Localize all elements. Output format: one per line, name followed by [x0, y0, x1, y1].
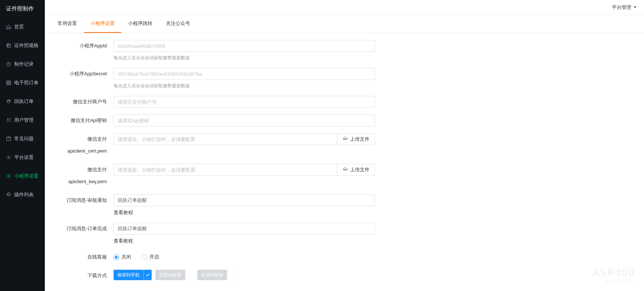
sidebar-item-label: 制作记录: [14, 61, 34, 68]
kefu-radio-on[interactable]: 开启: [142, 254, 159, 260]
key-label: 微信支付 apiclient_key.pem: [54, 164, 114, 188]
download-opt3-label: 发送到邮箱: [197, 270, 227, 280]
svg-rect-4: [7, 83, 8, 85]
download-opt2-label: 提取码提取: [155, 270, 185, 280]
key-input[interactable]: [114, 164, 337, 176]
svg-point-8: [8, 157, 9, 158]
kefu-label: 在线客服: [54, 251, 114, 263]
chevron-down-icon: [634, 6, 637, 8]
tab-0[interactable]: 常用设置: [51, 15, 84, 33]
sidebar-item-label: 回执订单: [14, 98, 34, 105]
key-upload-button[interactable]: 上传文件: [337, 164, 375, 176]
cert-input[interactable]: [114, 133, 337, 145]
sub-done-input[interactable]: [114, 223, 375, 235]
sub-done-tutorial-link[interactable]: 查看教程: [114, 238, 133, 244]
sub-audit-label: 订阅消息-审核通知: [54, 194, 114, 206]
clock-icon: [6, 62, 11, 67]
sidebar-item-5[interactable]: 用户管理: [0, 111, 45, 129]
sidebar-item-label: 电子照订单: [14, 79, 38, 86]
mchid-label: 微信支付商户号: [54, 96, 114, 108]
appid-input[interactable]: [114, 40, 375, 52]
plugin-icon: [6, 192, 11, 197]
tab-1[interactable]: 小程序设置: [84, 15, 121, 33]
tabs: 常用设置小程序设置小程序跳转关注公众号: [45, 15, 644, 33]
upload-icon: [343, 167, 348, 173]
sidebar-item-label: 用户管理: [14, 117, 34, 123]
kefu-radio-off[interactable]: 关闭: [114, 254, 131, 260]
sidebar-item-label: 小程序设置: [14, 173, 38, 179]
apikey-input[interactable]: [114, 115, 375, 126]
tab-3[interactable]: 关注公众号: [159, 15, 197, 33]
cert-label: 微信支付 apiclient_cert.pem: [54, 133, 114, 157]
check-icon: [185, 270, 193, 280]
users-icon: [6, 118, 11, 123]
sidebar-item-0[interactable]: 首页: [0, 18, 45, 36]
svg-point-10: [8, 175, 9, 177]
sidebar-item-2[interactable]: 制作记录: [0, 55, 45, 73]
mchid-input[interactable]: [114, 96, 375, 108]
download-opt-save-phone[interactable]: 保存到手机: [114, 270, 152, 280]
grid-icon: [6, 80, 11, 85]
sidebar-item-label: 平台设置: [14, 154, 34, 161]
kefu-on-label: 开启: [149, 254, 159, 260]
sub-audit-tutorial-link[interactable]: 查看教程: [114, 209, 133, 216]
sidebar-item-1[interactable]: 证件照规格: [0, 36, 45, 55]
app-title: 证件照制作: [0, 0, 45, 18]
sidebar-item-7[interactable]: 平台设置: [0, 148, 45, 167]
secapi-label: 内容安全api: [54, 288, 114, 291]
sidebar-item-6[interactable]: 常见问题: [0, 129, 45, 148]
appsecret-input[interactable]: [114, 68, 375, 80]
download-label: 下载方式: [54, 270, 114, 282]
cert-upload-label: 上传文件: [350, 136, 369, 143]
sidebar-item-3[interactable]: 电子照订单: [0, 73, 45, 92]
cert-upload-button[interactable]: 上传文件: [337, 133, 375, 145]
download-opt-send-email[interactable]: 发送到邮箱: [197, 270, 235, 280]
sidebar-item-8[interactable]: 小程序设置: [0, 167, 45, 185]
content: 常用设置小程序设置小程序跳转关注公众号 小程序AppId 每次进入后台会自动获取…: [45, 15, 644, 291]
download-opt1-label: 保存到手机: [114, 270, 143, 280]
appid-hint: 每次进入后台会自动获取微擎最新数据: [114, 55, 375, 61]
spec-icon: [6, 43, 11, 48]
sub-done-label: 订阅消息-订单完成: [54, 223, 114, 235]
svg-point-6: [7, 119, 9, 120]
appsecret-label: 小程序AppSecret: [54, 68, 114, 80]
refresh-icon: [6, 99, 11, 104]
key-upload-label: 上传文件: [350, 166, 369, 173]
sidebar-item-label: 常见问题: [14, 135, 34, 142]
check-icon: [227, 270, 235, 280]
circle-icon: [6, 173, 11, 179]
sidebar-item-label: 插件列表: [14, 191, 34, 198]
svg-rect-2: [7, 81, 8, 82]
topbar: 平台管理: [45, 0, 644, 15]
sub-audit-input[interactable]: [114, 194, 375, 206]
home-icon: [6, 24, 11, 29]
sidebar-item-label: 证件照规格: [14, 42, 38, 49]
radio-icon: [142, 254, 147, 260]
platform-menu[interactable]: 平台管理: [612, 4, 637, 11]
tab-2[interactable]: 小程序跳转: [121, 15, 159, 33]
appid-label: 小程序AppId: [54, 40, 114, 52]
apikey-label: 微信支付Api密钥: [54, 115, 114, 126]
sidebar-item-9[interactable]: 插件列表: [0, 185, 45, 204]
appsecret-hint: 每次进入后台会自动获取微擎最新数据: [114, 83, 375, 89]
kefu-off-label: 关闭: [121, 254, 131, 260]
sidebar-item-label: 首页: [14, 24, 24, 30]
download-opt-extract-code[interactable]: 提取码提取: [155, 270, 193, 280]
svg-rect-0: [7, 44, 10, 47]
platform-menu-label: 平台管理: [612, 4, 631, 11]
radio-icon: [114, 254, 119, 260]
main: 平台管理 常用设置小程序设置小程序跳转关注公众号 小程序AppId 每次进入后台…: [45, 0, 644, 291]
sidebar-item-4[interactable]: 回执订单: [0, 92, 45, 111]
settings-form: 小程序AppId 每次进入后台会自动获取微擎最新数据 小程序AppSecret …: [45, 33, 644, 291]
sidebar: 证件照制作 首页证件照规格制作记录电子照订单回执订单用户管理常见问题平台设置小程…: [0, 0, 45, 291]
gear-icon: [6, 155, 11, 160]
check-icon: [143, 270, 152, 280]
question-icon: [6, 136, 11, 141]
svg-rect-5: [9, 83, 10, 85]
upload-icon: [343, 136, 348, 143]
svg-rect-3: [9, 81, 10, 82]
